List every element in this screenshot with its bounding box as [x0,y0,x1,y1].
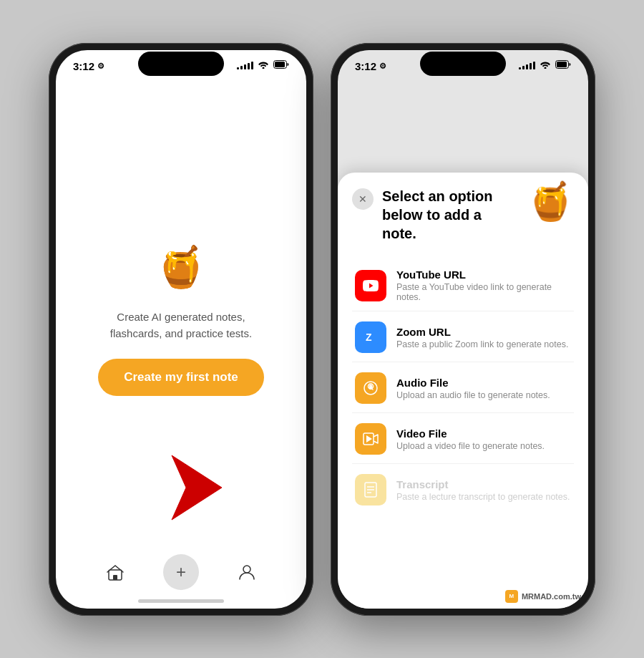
svg-text:Z: Z [366,332,372,343]
gear-icon-2: ⚙ [379,62,386,71]
youtube-option-desc: Paste a YouTube video link to generate n… [396,282,571,302]
svg-point-5 [243,566,250,573]
audio-file-option[interactable]: Audio File Upload an audio file to gener… [352,364,574,413]
audio-option-title: Audio File [396,377,550,389]
zoom-url-option[interactable]: Z Zoom URL Paste a public Zoom link to g… [352,313,574,362]
arrow-indicator [157,448,236,530]
phone-2: 3:12 ⚙ [331,43,595,616]
zoom-option-desc: Paste a public Zoom link to generate not… [396,339,568,349]
watermark-text: MRMAD.com.tw [522,592,581,601]
video-option-title: Video File [396,427,545,440]
zoom-icon: Z [355,321,386,353]
home-indicator-1 [138,599,224,603]
phone-1: 3:12 ⚙ 🍯 Cr [49,43,313,616]
home-nav-button[interactable] [102,559,128,585]
add-note-sheet: ✕ Select an optionbelow to add a note. 🍯… [338,173,588,608]
audio-icon [355,372,386,404]
close-sheet-button[interactable]: ✕ [352,188,374,210]
gear-icon-1: ⚙ [97,62,104,71]
battery-icon-2 [555,60,571,71]
sheet-title: Select an optionbelow to add a note. [382,187,519,243]
status-icons-1 [237,60,289,71]
youtube-option-text: YouTube URL Paste a YouTube video link t… [396,268,571,302]
honey-pot-decoration: 🍯 [527,180,574,223]
video-option-desc: Upload a video file to generate notes. [396,441,545,451]
wifi-icon-1 [258,60,269,71]
battery-icon-1 [273,60,289,71]
honey-pot-icon: 🍯 [156,242,206,292]
signal-icon-1 [237,61,253,69]
youtube-option-title: YouTube URL [396,268,571,281]
transcript-option[interactable]: Transcript Paste a lecture transcript to… [352,465,574,514]
screen-1: 3:12 ⚙ 🍯 Cr [56,50,306,609]
status-icons-2 [519,60,571,71]
home-icon [106,563,125,581]
screen-2: 3:12 ⚙ [338,50,588,609]
svg-rect-1 [275,62,285,67]
watermark-logo: M [505,590,518,603]
dynamic-island-2 [420,52,506,76]
option-list: YouTube URL Paste a YouTube video link t… [352,260,574,514]
youtube-icon [355,270,386,301]
sheet-header: ✕ Select an optionbelow to add a note. 🍯 [352,187,574,243]
svg-rect-4 [113,575,117,580]
profile-icon [238,563,256,581]
svg-marker-12 [366,435,372,442]
video-file-option[interactable]: Video File Upload a video file to genera… [352,415,574,464]
watermark: M MRMAD.com.tw [505,590,581,603]
audio-option-desc: Upload an audio file to generate notes. [396,390,550,400]
youtube-url-option[interactable]: YouTube URL Paste a YouTube video link t… [352,260,574,311]
dynamic-island-1 [138,52,224,76]
profile-nav-button[interactable] [234,559,260,585]
zoom-option-text: Zoom URL Paste a public Zoom link to gen… [396,326,568,349]
audio-option-text: Audio File Upload an audio file to gener… [396,377,550,400]
status-time-1: 3:12 ⚙ [73,60,104,72]
transcript-option-text: Transcript Paste a lecture transcript to… [396,478,570,502]
status-time-2: 3:12 ⚙ [355,60,386,72]
zoom-option-title: Zoom URL [396,326,568,338]
wifi-icon-2 [540,60,551,71]
red-arrow-icon [157,448,236,527]
video-icon [355,423,386,455]
signal-icon-2 [519,61,535,69]
app-description: Create AI generated notes, flashcards, a… [109,309,253,342]
svg-rect-7 [557,62,567,67]
transcript-option-title: Transcript [396,478,570,490]
transcript-option-desc: Paste a lecture transcript to generate n… [396,492,570,502]
transcript-icon [355,474,386,505]
svg-marker-2 [172,455,222,520]
video-option-text: Video File Upload a video file to genera… [396,427,545,451]
add-note-nav-button[interactable]: + [163,554,199,590]
create-first-note-button[interactable]: Create my first note [98,359,264,396]
